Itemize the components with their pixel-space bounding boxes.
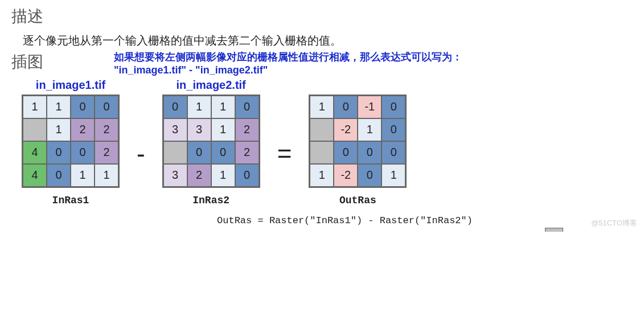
legend-swatch-nodata xyxy=(545,228,563,232)
raster1-grid: 110012240024011 xyxy=(22,95,120,188)
grid-cell: 1 xyxy=(211,164,235,187)
grid-cell xyxy=(163,141,187,164)
grid-cell: 0 xyxy=(47,164,71,187)
grid-cell: 2 xyxy=(235,141,259,164)
minus-operator: - xyxy=(137,139,145,168)
raster1-title: in_image1.tif xyxy=(22,79,120,93)
grid-cell: 4 xyxy=(23,164,47,187)
description-text: 逐个像元地从第一个输入栅格的值中减去第二个输入栅格的值。 xyxy=(23,33,633,48)
outras-grid: 10-10-2100001-201 xyxy=(309,95,407,188)
raster2-grid: 011033120023210 xyxy=(162,95,260,188)
grid-cell: 1 xyxy=(71,164,95,187)
grid-cell: -2 xyxy=(334,164,358,187)
grid-cell xyxy=(310,141,334,164)
raster2-label: InRas2 xyxy=(162,195,260,206)
grid-cell: 0 xyxy=(47,141,71,164)
legend: 值 = NoData xyxy=(545,228,627,232)
grid-cell: 0 xyxy=(211,141,235,164)
equals-operator: = xyxy=(277,139,292,168)
outras-label: OutRas xyxy=(309,195,407,206)
grid-cell: 0 xyxy=(71,96,95,118)
grid-cell: 2 xyxy=(187,164,211,187)
grid-cell: 3 xyxy=(163,164,187,187)
grid-cell: 0 xyxy=(358,164,382,187)
grid-cell: 0 xyxy=(235,96,259,118)
grid-cell: 1 xyxy=(187,96,211,118)
raster-block-outras: 10-10-2100001-201 OutRas xyxy=(309,79,407,206)
watermark: @51CTO博客 xyxy=(591,218,637,228)
formula-text: OutRas = Raster("InRas1") - Raster("InRa… xyxy=(57,215,633,226)
illustration-area: in_image1.tif 110012240024011 InRas1 - i… xyxy=(11,79,633,206)
grid-cell: 3 xyxy=(163,118,187,141)
grid-cell: -2 xyxy=(334,118,358,141)
grid-cell: 1 xyxy=(23,96,47,118)
grid-cell: 0 xyxy=(334,96,358,118)
grid-cell: 1 xyxy=(47,118,71,141)
grid-cell: 1 xyxy=(382,164,405,187)
grid-cell: 1 xyxy=(310,96,334,118)
grid-cell: 2 xyxy=(71,118,95,141)
grid-cell: 3 xyxy=(187,118,211,141)
grid-cell: 0 xyxy=(334,141,358,164)
grid-cell: -1 xyxy=(358,96,382,118)
grid-cell: 2 xyxy=(95,141,118,164)
grid-cell: 0 xyxy=(382,96,405,118)
raster-block-inras2: in_image2.tif 011033120023210 InRas2 xyxy=(162,79,260,206)
grid-cell: 0 xyxy=(187,141,211,164)
raster-block-inras1: in_image1.tif 110012240024011 InRas1 xyxy=(22,79,120,206)
grid-cell: 0 xyxy=(235,164,259,187)
grid-cell: 0 xyxy=(163,96,187,118)
grid-cell: 1 xyxy=(310,164,334,187)
raster1-label: InRas1 xyxy=(22,195,120,206)
grid-cell: 1 xyxy=(47,96,71,118)
heading-description: 描述 xyxy=(11,6,633,27)
grid-cell: 0 xyxy=(382,118,405,141)
grid-cell: 2 xyxy=(235,118,259,141)
grid-cell: 0 xyxy=(95,96,118,118)
grid-cell: 0 xyxy=(71,141,95,164)
grid-cell: 1 xyxy=(95,164,118,187)
legend-text: 值 = NoData xyxy=(570,230,627,232)
grid-cell: 1 xyxy=(358,118,382,141)
raster2-title: in_image2.tif xyxy=(162,79,260,93)
grid-cell: 0 xyxy=(382,141,405,164)
grid-cell: 2 xyxy=(95,118,118,141)
grid-cell xyxy=(310,118,334,141)
grid-cell: 1 xyxy=(211,96,235,118)
grid-cell xyxy=(23,118,47,141)
grid-cell: 4 xyxy=(23,141,47,164)
grid-cell: 1 xyxy=(211,118,235,141)
grid-cell: 0 xyxy=(358,141,382,164)
